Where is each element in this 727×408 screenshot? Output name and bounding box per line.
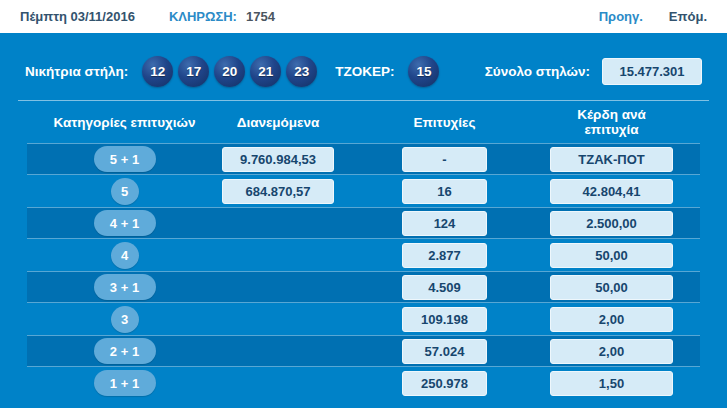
category-pill: 1 + 1 <box>94 370 156 396</box>
winning-number-ball: 21 <box>250 56 281 87</box>
winning-number-ball: 12 <box>142 56 173 87</box>
category-pill: 4 <box>111 242 139 269</box>
prize-per-winner: 2,00 <box>550 307 673 332</box>
winners-count: 2.877 <box>402 243 487 268</box>
category-pill: 5 + 1 <box>94 146 156 172</box>
prize-per-winner: 42.804,41 <box>550 179 673 204</box>
winning-column-label: Νικήτρια στήλη: <box>25 64 128 79</box>
distributed-amount: 684.870,57 <box>222 179 334 204</box>
winners-count: 16 <box>402 179 487 204</box>
header-prize: Κέρδη ανά επιτυχία <box>550 107 673 137</box>
winning-numbers: 1217202123 <box>142 56 317 87</box>
prize-per-winner: 1,50 <box>550 371 673 396</box>
header-categories: Κατηγορίες επιτυχιών <box>27 115 222 130</box>
draw-date: Πέμπτη 03/11/2016 <box>20 9 135 24</box>
header-distributed: Διανεμόμενα <box>222 115 334 130</box>
total-columns-label: Σύνολο στηλών: <box>485 64 590 79</box>
winners-count: 124 <box>402 211 487 236</box>
table-header: Κατηγορίες επιτυχιών Διανεμόμενα Επιτυχί… <box>27 101 727 143</box>
joker-results-widget: Πέμπτη 03/11/2016 ΚΛΗΡΩΣΗ: 1754 Προηγ. Ε… <box>0 0 727 408</box>
category-pill: 4 + 1 <box>94 210 156 236</box>
prize-table: 5 + 19.760.984,53-ΤΖΑΚ-ΠΟΤ5684.870,57164… <box>0 143 727 399</box>
winning-numbers-row: Νικήτρια στήλη: 1217202123 ΤΖΟΚΕΡ: 15 Σύ… <box>25 55 702 88</box>
table-row: 3 + 14.50950,00 <box>27 271 700 303</box>
next-draw-link[interactable]: Επόμ. <box>669 9 707 24</box>
winners-count: 109.198 <box>402 307 487 332</box>
winners-count: - <box>402 147 487 172</box>
results-panel: Νικήτρια στήλη: 1217202123 ΤΖΟΚΕΡ: 15 Σύ… <box>0 33 727 408</box>
category-pill: 2 + 1 <box>94 338 156 364</box>
winning-number-ball: 20 <box>214 56 245 87</box>
prize-per-winner: 2,00 <box>550 339 673 364</box>
draw-number: 1754 <box>246 9 275 24</box>
winners-count: 57.024 <box>402 339 487 364</box>
category-pill: 3 + 1 <box>94 274 156 300</box>
previous-draw-link[interactable]: Προηγ. <box>599 9 643 24</box>
prize-per-winner: 2.500,00 <box>550 211 673 236</box>
prize-per-winner: ΤΖΑΚ-ΠΟΤ <box>550 147 673 172</box>
topbar: Πέμπτη 03/11/2016 ΚΛΗΡΩΣΗ: 1754 Προηγ. Ε… <box>0 0 727 33</box>
joker-number-ball: 15 <box>408 56 439 87</box>
category-pill: 3 <box>111 306 139 333</box>
header-winners: Επιτυχίες <box>402 115 487 130</box>
distributed-amount: 9.760.984,53 <box>222 147 334 172</box>
table-row: 1 + 1250.9781,50 <box>27 367 700 399</box>
joker-label: ΤΖΟΚΕΡ: <box>335 64 394 79</box>
draw-label: ΚΛΗΡΩΣΗ: <box>169 9 237 24</box>
table-row: 3109.1982,00 <box>27 303 700 335</box>
category-pill: 5 <box>111 178 139 205</box>
table-row: 42.87750,00 <box>27 239 700 271</box>
table-row: 4 + 11242.500,00 <box>27 207 700 239</box>
table-row: 5684.870,571642.804,41 <box>27 175 700 207</box>
total-columns-value: 15.477.301 <box>602 58 702 85</box>
winning-number-ball: 17 <box>178 56 209 87</box>
winners-count: 250.978 <box>402 371 487 396</box>
winning-number-ball: 23 <box>286 56 317 87</box>
prize-per-winner: 50,00 <box>550 243 673 268</box>
winners-count: 4.509 <box>402 275 487 300</box>
prize-per-winner: 50,00 <box>550 275 673 300</box>
table-row: 5 + 19.760.984,53-ΤΖΑΚ-ΠΟΤ <box>27 143 700 175</box>
table-row: 2 + 157.0242,00 <box>27 335 700 367</box>
